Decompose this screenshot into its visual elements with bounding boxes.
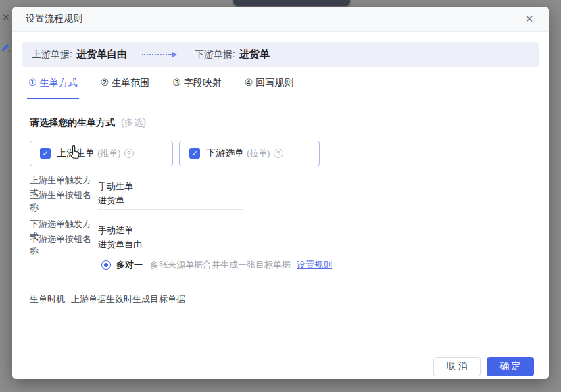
flow-summary-bar: 上游单据: 进货单自由 下游单据: 进货单 [22, 42, 539, 67]
downstream-button-name-input[interactable]: 进货单自由 [98, 239, 243, 253]
upstream-trigger-row: 上游生单触发方式 手动生单 [30, 179, 531, 194]
help-icon[interactable]: ? [124, 149, 134, 158]
timing-row: 生单时机 上游单据生效时生成目标单据 [30, 293, 531, 305]
help-icon[interactable]: ? [274, 149, 283, 158]
upstream-push-checkbox-card[interactable]: ✓ 上游生单 (推单) ? [30, 141, 173, 166]
many-to-one-radio-label[interactable]: 多对一 [116, 259, 143, 271]
cancel-button[interactable]: 取消 [433, 357, 481, 376]
checkbox-checked-icon[interactable]: ✓ [189, 148, 200, 159]
tab-field-mapping[interactable]: ③字段映射 [171, 77, 223, 99]
upstream-doc-label: 上游单据: [32, 49, 72, 61]
downstream-doc-value: 进货单 [239, 48, 270, 61]
upstream-settings-group: 上游生单触发方式 手动生单 上游生单按钮名称 进货单 [30, 179, 531, 209]
merge-rule-row: 多对一 多张来源单据合并生成一张目标单据 设置规则 [101, 259, 531, 271]
dotted-arrow-icon [142, 52, 177, 57]
upstream-button-name-input[interactable]: 进货单 [98, 195, 243, 210]
mode-card-group: ✓ 上游生单 (推单) ? ✓ 下游选单 (拉单) ? [30, 141, 531, 166]
close-icon[interactable]: ✕ [523, 13, 535, 25]
tab-writeback-rules[interactable]: ④回写规则 [243, 77, 295, 99]
downstream-settings-group: 下游选单触发方式 手动选单 下游选单按钮名称 进货单自由 [30, 223, 531, 253]
downstream-button-name-row: 下游选单按钮名称 进货单自由 [30, 238, 531, 253]
tab-generate-scope[interactable]: ②生单范围 [99, 77, 151, 99]
set-rule-link[interactable]: 设置规则 [297, 259, 332, 271]
browser-share-bar [233, 0, 350, 6]
upstream-doc-value: 进货单自由 [76, 48, 127, 61]
merge-rule-description: 多张来源单据合并生成一张目标单据 [150, 259, 291, 271]
radio-selected-icon[interactable] [101, 260, 111, 270]
wizard-tabs: ①生单方式 ②生单范围 ③字段映射 ④回写规则 [12, 77, 549, 99]
downstream-pull-checkbox-card[interactable]: ✓ 下游选单 (拉单) ? [179, 141, 320, 166]
dialog-header: 设置流程规则 ✕ [12, 7, 549, 32]
tab-panel-generate-mode: 请选择您的生单方式 (多选) ✓ 上游生单 (推单) ? ✓ 下游选单 (拉单)… [12, 117, 549, 305]
confirm-button[interactable]: 确定 [487, 357, 534, 376]
backdrop-close-icon[interactable]: ✕ [1, 13, 11, 22]
downstream-trigger-row: 下游选单触发方式 手动选单 [30, 223, 531, 238]
dialog-title: 设置流程规则 [26, 13, 82, 25]
flow-rule-dialog: 设置流程规则 ✕ 上游单据: 进货单自由 下游单据: 进货单 ①生单方式 ②生单… [12, 7, 549, 379]
backdrop-edit-pen-icon[interactable] [1, 42, 11, 55]
tab-generate-mode[interactable]: ①生单方式 [27, 77, 79, 99]
upstream-button-name-row: 上游生单按钮名称 进货单 [30, 194, 531, 209]
upstream-trigger-value[interactable]: 手动生单 [98, 180, 133, 193]
multi-select-hint: (多选) [121, 117, 146, 128]
dialog-footer: 取消 确定 [12, 353, 549, 379]
timing-value: 上游单据生效时生成目标单据 [71, 293, 185, 305]
checkbox-checked-icon[interactable]: ✓ [40, 148, 51, 159]
downstream-trigger-value[interactable]: 手动选单 [98, 224, 133, 237]
mode-section-heading: 请选择您的生单方式 (多选) [30, 117, 531, 129]
downstream-doc-label: 下游单据: [195, 49, 235, 61]
